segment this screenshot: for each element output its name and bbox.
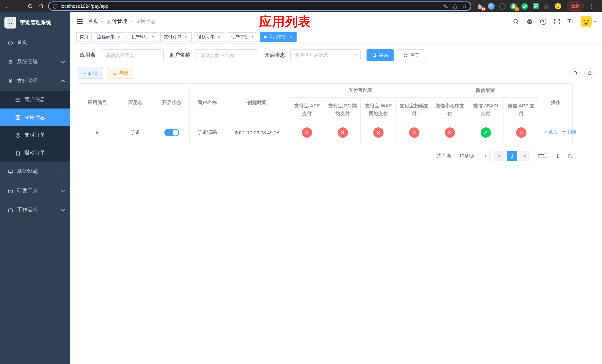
user-avatar[interactable] (581, 16, 592, 27)
tab-close-icon[interactable]: × (183, 34, 188, 39)
dark-extension-icon[interactable] (499, 2, 506, 10)
status-select-placeholder: 请选择开启状态 (294, 52, 328, 58)
sidebar-item-label: 商户信息 (24, 96, 45, 103)
tab-process-form[interactable]: 流程表单 × (94, 32, 125, 42)
github-icon[interactable] (526, 18, 533, 25)
check-extension-icon[interactable] (521, 2, 528, 10)
sidebar-item-system[interactable]: ⚙ 系统管理 (0, 52, 70, 72)
help-icon[interactable]: ? (540, 18, 546, 25)
app-name-input[interactable] (101, 49, 164, 61)
puzzle-extension-icon[interactable]: 10 (476, 2, 484, 10)
logo-bunny-icon (4, 17, 16, 29)
col-status: 开启状态 (154, 84, 189, 122)
tab-home[interactable]: 首页 (76, 32, 92, 42)
avatar-extension-icon[interactable]: 1 (510, 2, 517, 10)
tab-close-icon[interactable]: × (288, 34, 293, 39)
notes-extension-icon[interactable] (532, 2, 539, 10)
sidebar-item-home[interactable]: 首页 (0, 33, 70, 52)
user-menu[interactable]: ▾ (581, 16, 596, 27)
browser-update-button[interactable]: 更新 (567, 1, 584, 11)
page-annotation: 应用列表 (259, 13, 311, 30)
password-key-icon[interactable] (443, 3, 448, 9)
reset-button[interactable]: 重置 (398, 49, 425, 61)
header-search-icon[interactable] (513, 18, 519, 25)
page-size-select[interactable]: 10条/页 ▾ (456, 151, 490, 161)
site-info-icon[interactable] (53, 3, 58, 9)
col-alipay-wap: 支付宝 WAP 网站支付 (360, 97, 396, 122)
tab-close-icon[interactable]: × (117, 34, 122, 39)
filter-form: 应用名 商户名称 开启状态 请选择开启状态 ▾ 搜索 重置 (78, 49, 595, 61)
status-toggle[interactable] (164, 129, 179, 136)
tab-label: 支付订单 (164, 34, 182, 40)
tab-close-icon[interactable]: × (250, 34, 255, 39)
edit-link[interactable]: 修改 (543, 129, 558, 136)
toggle-search-button[interactable] (570, 68, 580, 78)
tab-app-info[interactable]: 应用信息 × (260, 32, 297, 42)
sidebar-item-label: 退款订单 (24, 150, 45, 156)
sidebar-item-app-info[interactable]: 应用信息 (0, 108, 70, 126)
sidebar-item-label: 系统管理 (17, 58, 38, 65)
tab-close-icon[interactable]: × (216, 34, 222, 39)
browser-back-icon[interactable]: ← (4, 2, 12, 10)
share-icon[interactable] (453, 3, 458, 9)
status-label: 开启状态 (264, 52, 285, 58)
browser-menu-icon[interactable]: ⋮ (588, 3, 596, 10)
app-table: 应用编号 应用名 开启状态 商户名称 创建时间 支付宝配置 微信配置 操作 支付… (78, 83, 573, 143)
merchant-name-label: 商户名称 (170, 52, 190, 58)
browser-forward-icon[interactable]: → (15, 2, 23, 10)
tab-close-icon[interactable]: × (150, 34, 155, 39)
sidebar-item-devtools[interactable]: 研发工具 (0, 181, 70, 200)
tab-user-group[interactable]: 用户分组 × (127, 32, 159, 42)
sidebar-item-pay-order[interactable]: 支付订单 (0, 126, 70, 144)
browser-reload-icon[interactable] (26, 2, 34, 10)
alipay-qr-status-icon: ✕ (409, 127, 419, 138)
tab-label: 首页 (80, 34, 88, 40)
breadcrumb-payment[interactable]: 支付管理 (107, 18, 127, 25)
page-1-button[interactable]: 1 (507, 151, 517, 161)
delete-link[interactable]: 删除 (562, 129, 576, 136)
puzzle2-extension-icon[interactable] (543, 2, 550, 10)
add-button[interactable]: + 新增 (78, 67, 103, 79)
cell-created: 2021-10-23 08:49:25 (225, 122, 289, 143)
next-page-button[interactable]: > (519, 151, 530, 161)
breadcrumb-separator: / (102, 19, 103, 24)
app-name-label: 应用名 (80, 52, 96, 58)
app-logo: 芋道管理系统 (0, 12, 70, 33)
breadcrumb-current: 应用信息 (136, 18, 156, 25)
tab-merchant-info[interactable]: 商户信息 × (227, 32, 258, 42)
bookmark-star-icon[interactable]: ☆ (462, 3, 467, 9)
sidebar-item-label: 基础设施 (17, 168, 38, 175)
goto-page-input[interactable] (550, 151, 565, 161)
blue-extension-icon[interactable] (488, 2, 495, 10)
address-bar[interactable]: localhost:1024/pay/app ☆ (48, 1, 471, 11)
browser-home-icon[interactable] (37, 2, 45, 10)
breadcrumb-home[interactable]: 首页 (88, 18, 98, 25)
fullscreen-icon[interactable] (554, 18, 560, 25)
search-button[interactable]: 搜索 (366, 49, 394, 61)
font-size-icon[interactable]: TT (567, 19, 573, 24)
tab-refund-order[interactable]: 退款订单 × (194, 32, 225, 42)
goto-page: 前往 页 (538, 151, 572, 161)
tab-pay-order[interactable]: 支付订单 × (160, 32, 192, 42)
prev-page-button[interactable]: < (494, 151, 505, 161)
sidebar-item-refund-order[interactable]: 退款订单 (0, 144, 70, 162)
sidebar-item-payment[interactable]: ¥ 支付管理 (0, 72, 70, 91)
emoji-avatar-icon[interactable] (554, 2, 562, 10)
status-select[interactable]: 请选择开启状态 ▾ (290, 49, 361, 61)
sidebar-item-workflow[interactable]: 工作流程 (0, 200, 70, 220)
refresh-table-button[interactable] (584, 68, 595, 78)
chevron-down-icon (61, 169, 65, 173)
sidebar-item-merchant-info[interactable]: 商户信息 (0, 91, 70, 108)
export-button[interactable]: 导出 (107, 67, 134, 79)
sidebar-toggle-icon[interactable] (76, 19, 83, 24)
sidebar-item-infra[interactable]: 基础设施 (0, 162, 70, 181)
col-alipay-qr: 支付宝扫码支付 (396, 97, 432, 122)
extensions-area: 10 1 (474, 1, 598, 11)
col-app-name: 应用名 (117, 84, 154, 122)
tab-label: 应用信息 (269, 34, 286, 40)
breadcrumb-separator: / (131, 19, 132, 24)
screen: ← → localhost:1024/pay/app ☆ (0, 0, 602, 364)
col-merchant: 商户名称 (189, 84, 225, 122)
navbar-actions: ? TT ▾ (513, 16, 596, 27)
merchant-name-input[interactable] (195, 49, 258, 61)
